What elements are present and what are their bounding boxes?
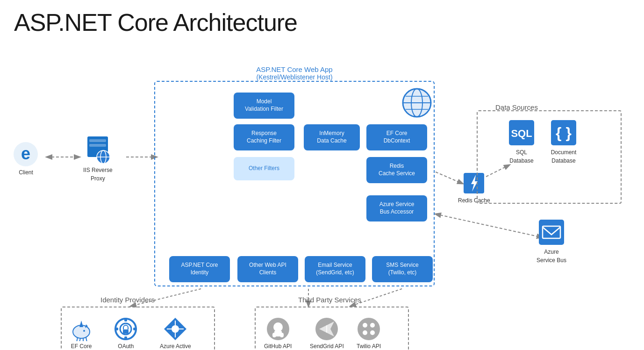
svg-point-63: [358, 318, 380, 340]
webapp-box: [154, 81, 435, 286]
svg-rect-42: [124, 318, 127, 321]
svg-rect-45: [133, 328, 137, 330]
svg-point-48: [172, 325, 179, 333]
azure-ad-icon: Azure Active Directory: [160, 317, 191, 350]
sms-service-btn[interactable]: SMS Service (Twilio, etc): [372, 256, 433, 282]
ef-core-dbcontext-btn[interactable]: EF Core DbContext: [366, 124, 427, 150]
github-icon: GitHub API: [264, 317, 292, 350]
svg-rect-43: [124, 336, 127, 340]
twilio-icon: Twilio API: [357, 317, 381, 350]
svg-point-35: [83, 330, 85, 332]
svg-point-67: [370, 330, 375, 335]
azure-bus-accessor-btn[interactable]: Azure Service Bus Accessor: [366, 195, 427, 221]
sql-db-icon-box: SQL SQL Database: [507, 118, 536, 164]
svg-marker-33: [79, 321, 83, 327]
aspnet-identity-btn[interactable]: ASP.NET Core Identity: [169, 256, 230, 282]
email-service-btn[interactable]: Email Service (SendGrid, etc): [305, 256, 365, 282]
svg-text:{ }: { }: [556, 124, 572, 141]
svg-text:SQL: SQL: [511, 128, 532, 139]
iis-proxy-icon-box: IIS Reverse Proxy: [83, 135, 113, 182]
svg-line-37: [79, 338, 80, 341]
svg-point-40: [115, 319, 136, 339]
svg-line-39: [86, 337, 87, 341]
model-validation-btn[interactable]: Model Validation Filter: [234, 93, 294, 119]
thirdparty-label: Third Party Services: [298, 296, 361, 304]
sendgrid-icon: SendGrid API: [310, 317, 344, 350]
svg-rect-17: [89, 139, 106, 142]
webapp-label: ASP.NET Core Web App (Kestrel/Weblistene…: [154, 65, 435, 81]
redis-cache-service-btn[interactable]: Redis Cache Service: [366, 157, 427, 183]
identity-label: Identity Providers: [100, 296, 155, 304]
svg-rect-57: [280, 333, 284, 337]
svg-point-66: [363, 330, 367, 335]
svg-rect-46: [123, 329, 129, 334]
svg-point-64: [363, 323, 367, 328]
oauth-provider-icon: OAuth Provider(s): [112, 317, 140, 350]
svg-rect-56: [272, 333, 276, 337]
svg-rect-44: [114, 328, 118, 330]
inmemory-cache-btn[interactable]: InMemory Data Cache: [304, 124, 360, 150]
ef-core-provider-icon: EF Core Provider: [69, 317, 93, 350]
page-title: ASP.NET Core Architecture: [0, 0, 644, 41]
other-web-api-btn[interactable]: Other Web API Clients: [237, 256, 298, 282]
doc-db-icon-box: { } Document Database: [549, 118, 578, 164]
svg-point-65: [370, 323, 375, 328]
client-icon-box: e Client: [13, 142, 39, 176]
svg-rect-18: [89, 144, 106, 147]
azure-service-bus-icon-box: Azure Service Bus: [537, 218, 566, 264]
svg-point-54: [273, 322, 283, 332]
aspnet-logo: [402, 88, 432, 120]
svg-line-36: [77, 337, 78, 341]
datasources-label: Data Sources: [495, 103, 538, 111]
svg-text:e: e: [21, 144, 30, 163]
svg-line-4: [436, 214, 542, 237]
response-caching-btn[interactable]: Response Caching Filter: [234, 124, 294, 150]
other-filters-btn[interactable]: Other Filters: [234, 157, 294, 180]
